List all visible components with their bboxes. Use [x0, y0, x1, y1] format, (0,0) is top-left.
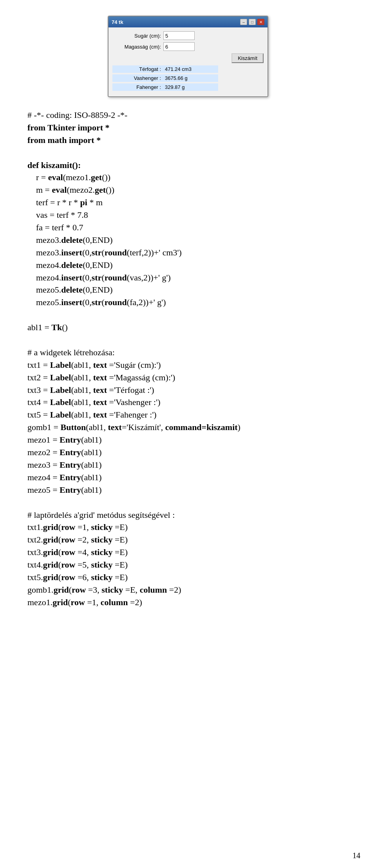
code-line-11: mezo3.delete(0,END) [27, 234, 349, 246]
code-line-26: gomb1 = Button(abl1, text='Kiszámít', co… [27, 421, 349, 434]
code-line-19 [27, 334, 349, 346]
code-line-38: txt5.grid(row =6, sticky =E) [27, 571, 349, 584]
code-line-3: from math import * [27, 134, 349, 146]
magassag-input[interactable] [163, 42, 195, 51]
vashenger-row: Vashenger : 3675.66 g [112, 74, 264, 82]
code-line-31: mezo5 = Entry(abl1) [27, 484, 349, 496]
code-line-12: mezo3.insert(0,str(round(terf,2))+' cm3'… [27, 246, 349, 259]
code-line-22: txt2 = Label(abl1, text ='Magasság (cm):… [27, 371, 349, 384]
code-line-30: mezo4 = Entry(abl1) [27, 471, 349, 484]
fahenger-label: Fahenger : [112, 83, 163, 91]
code-line-34: txt1.grid(row =1, sticky =E) [27, 521, 349, 533]
sugar-input[interactable] [163, 31, 195, 40]
code-line-23: txt3 = Label(abl1, text ='Térfogat :') [27, 384, 349, 396]
code-line-16: mezo5.insert(0,str(round(fa,2))+' g') [27, 296, 349, 309]
code-line-5: def kiszamit(): [27, 159, 349, 172]
magassag-row: Magasság (cm): [112, 42, 264, 51]
code-line-37: txt4.grid(row =5, sticky =E) [27, 559, 349, 571]
code-line-18: abl1 = Tk() [27, 321, 349, 334]
close-button[interactable]: ✕ [257, 19, 264, 25]
code-line-8: terf = r * r * pi * m [27, 196, 349, 209]
code-line-2: from Tkinter import * [27, 121, 349, 134]
terfogat-row: Térfogat : 471.24 cm3 [112, 65, 264, 73]
code-line-24: txt4 = Label(abl1, text ='Vashenger :') [27, 396, 349, 409]
code-line-33: # laptördelés a'grid' metódus segítségév… [27, 509, 349, 521]
code-line-28: mezo2 = Entry(abl1) [27, 446, 349, 459]
code-line-14: mezo4.insert(0,str(round(vas,2))+' g') [27, 271, 349, 284]
code-area: # -*- coding: ISO-8859-2 -*- from Tkinte… [27, 109, 349, 609]
sugar-row: Sugár (cm): [112, 31, 264, 40]
fahenger-row: Fahenger : 329.87 g [112, 83, 264, 91]
maximize-button[interactable]: □ [249, 19, 256, 25]
code-line-21: txt1 = Label(abl1, text ='Sugár (cm):') [27, 359, 349, 371]
code-line-9: vas = terf * 7.8 [27, 209, 349, 221]
code-line-35: txt2.grid(row =2, sticky =E) [27, 533, 349, 546]
sugar-label: Sugár (cm): [112, 33, 163, 39]
code-line-27: mezo1 = Entry(abl1) [27, 434, 349, 446]
code-line-17 [27, 309, 349, 321]
tk-window: 74 tk – □ ✕ Sugár (cm): Magasság (cm): K… [108, 16, 268, 97]
tk-titlebar: 74 tk – □ ✕ [108, 16, 268, 27]
magassag-label: Magasság (cm): [112, 44, 163, 50]
terfogat-value: 471.24 cm3 [163, 65, 218, 73]
tk-body: Sugár (cm): Magasság (cm): Kiszámít Térf… [108, 27, 268, 96]
code-line-40: mezo1.grid(row =1, column =2) [27, 596, 349, 609]
code-line-32 [27, 496, 349, 509]
code-line-7: m = eval(mezo2.get()) [27, 184, 349, 196]
code-line-10: fa = terf * 0.7 [27, 221, 349, 234]
code-line-25: txt5 = Label(abl1, text ='Fahenger :') [27, 409, 349, 421]
code-line-20: # a widgetek létrehozása: [27, 346, 349, 359]
vashenger-value: 3675.66 g [163, 74, 218, 82]
code-line-13: mezo4.delete(0,END) [27, 259, 349, 271]
kiszamit-button[interactable]: Kiszámít [231, 53, 264, 63]
code-line-36: txt3.grid(row =4, sticky =E) [27, 546, 349, 559]
code-line-4 [27, 146, 349, 159]
terfogat-label: Térfogat : [112, 65, 163, 73]
code-line-29: mezo3 = Entry(abl1) [27, 459, 349, 471]
code-line-39: gomb1.grid(row =3, sticky =E, column =2) [27, 584, 349, 596]
button-row: Kiszámít [112, 53, 264, 63]
vashenger-label: Vashenger : [112, 74, 163, 82]
code-line-6: r = eval(mezo1.get()) [27, 171, 349, 184]
code-line-15: mezo5.delete(0,END) [27, 284, 349, 296]
page-number: 14 [352, 851, 360, 860]
fahenger-value: 329.87 g [163, 83, 218, 91]
window-title: 74 tk [112, 19, 123, 25]
window-controls: – □ ✕ [240, 19, 264, 25]
code-line-1: # -*- coding: ISO-8859-2 -*- [27, 109, 349, 121]
minimize-button[interactable]: – [240, 19, 247, 25]
